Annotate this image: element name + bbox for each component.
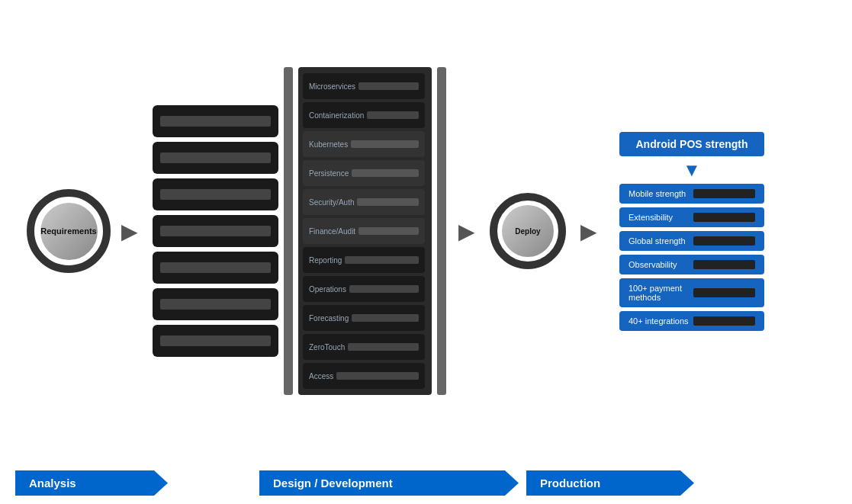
production-circle: Deploy xyxy=(490,193,566,269)
phase-label-analysis: Analysis xyxy=(15,470,168,496)
pipe-1 xyxy=(284,67,293,395)
dev-forecasting-bar xyxy=(352,314,419,322)
design-item-4 xyxy=(153,215,278,247)
dev-microservices-label: Microservices xyxy=(309,82,355,91)
android-item-1-label: Mobile strength xyxy=(629,189,690,198)
design-item-5-text xyxy=(160,262,271,273)
dev-item-microservices: Microservices xyxy=(303,73,425,99)
analysis-column: Requirements xyxy=(27,189,111,273)
dev-containerization-label: Containerization xyxy=(309,111,364,120)
arrow-2: ▶ xyxy=(452,220,482,242)
arrow-1-icon: ▶ xyxy=(121,219,138,244)
diagram-row: Requirements ▶ xyxy=(8,67,837,395)
dev-item-persistence: Persistence xyxy=(303,160,425,186)
design-item-7 xyxy=(153,325,278,357)
android-item-1-bar xyxy=(693,189,755,198)
analysis-circle-inner: Requirements xyxy=(40,203,98,260)
design-item-2-text xyxy=(160,152,271,163)
dev-kubernetes-bar xyxy=(351,140,419,148)
android-item-4-label: Observability xyxy=(629,260,690,269)
android-item-3-bar xyxy=(693,236,755,246)
android-item-2: Extensibility xyxy=(619,207,764,227)
phase-label-production: Production xyxy=(526,470,694,496)
dev-item-security: Security/Auth xyxy=(303,189,425,215)
dev-item-access: Access xyxy=(303,363,425,389)
dev-microservices-bar xyxy=(358,82,419,90)
android-down-arrow-icon: ▼ xyxy=(683,159,701,180)
design-item-6-text xyxy=(160,299,271,310)
phase-label-design: Design / Development xyxy=(259,470,519,496)
dev-containerization-bar xyxy=(367,111,419,119)
design-item-1 xyxy=(153,105,278,137)
production-circle-text: Deploy xyxy=(515,227,540,236)
dev-persistence-bar xyxy=(352,169,419,177)
design-item-3 xyxy=(153,178,278,210)
production-circle-inner: Deploy xyxy=(502,205,554,257)
phase-label-design-text: Design / Development xyxy=(273,477,393,490)
phase-labels: Analysis Design / Development Production xyxy=(0,462,852,504)
dev-kubernetes-label: Kubernetes xyxy=(309,140,348,149)
pipe-2 xyxy=(437,67,446,395)
dev-zerotouch-label: ZeroTouch xyxy=(309,343,345,352)
android-item-2-label: Extensibility xyxy=(629,213,690,222)
arrow-1: ▶ xyxy=(114,220,145,242)
dev-persistence-label: Persistence xyxy=(309,169,349,178)
dev-finance-bar xyxy=(358,227,419,235)
dev-reporting-label: Reporting xyxy=(309,256,342,265)
android-pos-header: Android POS strength xyxy=(619,132,764,156)
android-item-5: 100+ payment methods xyxy=(619,278,764,307)
design-item-3-text xyxy=(160,189,271,200)
android-item-1: Mobile strength xyxy=(619,184,764,204)
dev-access-label: Access xyxy=(309,372,333,380)
dev-item-kubernetes: Kubernetes xyxy=(303,131,425,157)
design-item-1-text xyxy=(160,116,271,127)
dev-item-zerotouch: ZeroTouch xyxy=(303,334,425,360)
dev-security-label: Security/Auth xyxy=(309,198,354,207)
main-container: Requirements ▶ xyxy=(0,0,852,504)
android-item-5-bar xyxy=(693,288,755,297)
design-item-4-text xyxy=(160,226,271,236)
android-pos-arrow: ▼ xyxy=(619,159,764,181)
android-item-6-label: 40+ integrations xyxy=(629,316,690,326)
design-item-6 xyxy=(153,288,278,320)
arrow-3-icon: ▶ xyxy=(580,219,597,244)
phase-label-analysis-text: Analysis xyxy=(29,477,76,490)
dev-forecasting-label: Forecasting xyxy=(309,314,349,323)
dev-block: Microservices Containerization Kubernete… xyxy=(298,67,432,395)
android-pos-column: Android POS strength ▼ Mobile strength E… xyxy=(619,132,764,331)
dev-operations-bar xyxy=(349,285,419,293)
design-item-5 xyxy=(153,252,278,284)
design-items-column xyxy=(153,105,278,357)
android-item-6: 40+ integrations xyxy=(619,311,764,331)
dev-item-containerization: Containerization xyxy=(303,102,425,128)
dev-security-bar xyxy=(357,198,419,206)
arrow-3: ▶ xyxy=(574,220,604,242)
dev-item-forecasting: Forecasting xyxy=(303,305,425,331)
android-item-5-label: 100+ payment methods xyxy=(629,284,690,302)
dev-reporting-bar xyxy=(345,256,419,264)
diagram-area: Requirements ▶ xyxy=(0,0,852,462)
arrow-2-icon: ▶ xyxy=(458,219,475,244)
dev-finance-label: Finance/Audit xyxy=(309,227,355,236)
design-item-7-text xyxy=(160,335,271,346)
android-item-6-bar xyxy=(693,316,755,326)
android-item-3-label: Global strength xyxy=(629,236,690,246)
android-item-3: Global strength xyxy=(619,231,764,251)
phase-label-production-text: Production xyxy=(540,477,600,490)
dev-access-bar xyxy=(336,372,419,380)
android-item-2-bar xyxy=(693,213,755,222)
dev-zerotouch-bar xyxy=(348,343,419,351)
dev-item-reporting: Reporting xyxy=(303,247,425,273)
android-items-list: Mobile strength Extensibility Global str… xyxy=(619,184,764,331)
production-column: Deploy xyxy=(490,193,566,269)
analysis-circle-text: Requirements xyxy=(40,226,96,236)
design-item-2 xyxy=(153,142,278,174)
android-item-4: Observability xyxy=(619,255,764,274)
dev-operations-label: Operations xyxy=(309,285,346,294)
android-item-4-bar xyxy=(693,260,755,269)
dev-item-operations: Operations xyxy=(303,276,425,302)
analysis-circle: Requirements xyxy=(27,189,111,273)
dev-item-finance: Finance/Audit xyxy=(303,218,425,244)
